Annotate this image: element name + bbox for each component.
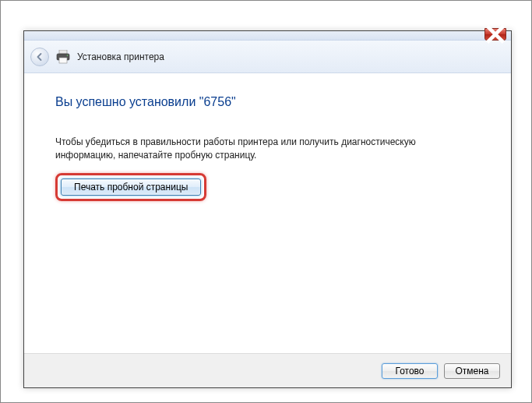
- finish-button[interactable]: Готово: [382, 363, 438, 379]
- header: Установка принтера: [24, 41, 511, 73]
- printer-icon: [55, 50, 71, 64]
- titlebar: [24, 31, 511, 41]
- footer: Готово Отмена: [24, 353, 511, 387]
- highlight-annotation: Печать пробной страницы: [55, 173, 206, 201]
- close-button[interactable]: [484, 28, 506, 41]
- instruction-text: Чтобы убедиться в правильности работы пр…: [55, 136, 476, 162]
- cancel-button[interactable]: Отмена: [444, 363, 500, 379]
- back-button[interactable]: [30, 48, 49, 66]
- header-title: Установка принтера: [77, 51, 164, 62]
- close-icon: [485, 24, 506, 44]
- arrow-left-icon: [35, 52, 44, 62]
- wizard-body: Вы успешно установили "6756" Чтобы убеди…: [24, 73, 511, 353]
- svg-point-3: [67, 55, 69, 56]
- page-heading: Вы успешно установили "6756": [55, 95, 480, 109]
- print-test-page-button[interactable]: Печать пробной страницы: [61, 179, 201, 196]
- wizard-window: Установка принтера Вы успешно установили…: [23, 30, 512, 388]
- svg-rect-2: [59, 58, 67, 63]
- svg-rect-0: [59, 50, 67, 54]
